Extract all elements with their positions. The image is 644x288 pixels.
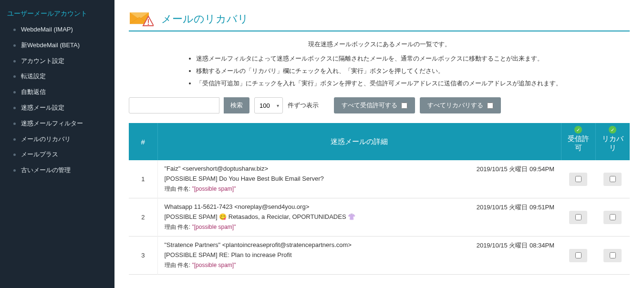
row-number: 3 xyxy=(129,237,157,275)
allow-all-label: すべて受信許可する xyxy=(342,101,397,110)
recover-checkbox-wrap[interactable] xyxy=(603,173,622,186)
mail-subject: [POSSIBLE SPAM] RE: Plan to increase Pro… xyxy=(165,251,555,258)
svg-point-5 xyxy=(148,24,149,25)
instruction-item: 迷惑メールフィルタによって迷惑メールボックスに隔離されたメールを、通常のメールボ… xyxy=(196,54,575,63)
recover-checkbox-wrap[interactable] xyxy=(603,249,622,262)
recover-checkbox[interactable] xyxy=(610,176,616,182)
mail-date: 2019/10/15 火曜日 09:54PM xyxy=(477,165,554,174)
sidebar-item-spam-settings[interactable]: 迷惑メール設定 xyxy=(0,100,114,116)
sidebar-item-webdemail[interactable]: WebdeMail (IMAP) xyxy=(0,22,114,38)
recover-checkbox[interactable] xyxy=(610,214,616,220)
recover-all-checkbox[interactable] xyxy=(487,103,493,109)
sidebar-item-spam-filter[interactable]: 迷惑メールフィルター xyxy=(0,116,114,132)
row-number: 1 xyxy=(129,160,157,198)
table-row: 3"Stratence Partners" <plantoincreasepro… xyxy=(129,237,630,275)
table-row: 2Whatsapp 11-5621-7423 <noreplay@send4yo… xyxy=(129,198,630,237)
row-detail: Whatsapp 11-5621-7423 <noreplay@send4you… xyxy=(157,198,561,237)
sidebar-list: WebdeMail (IMAP) 新WebdeMail (BETA) アカウント… xyxy=(0,22,114,178)
col-detail: 迷惑メールの詳細 xyxy=(157,123,561,160)
sidebar-item-old-mail[interactable]: 古いメールの管理 xyxy=(0,163,114,178)
spam-table: # 迷惑メールの詳細 ✓ 受信許可 ✓ リカバリ 1"Faiz" <server… xyxy=(129,123,630,275)
page-header: メールのリカバリ xyxy=(129,10,630,31)
mail-subject: [POSSIBLE SPAM] Do You Have Best Bulk Em… xyxy=(165,175,555,182)
sidebar-item-webdemail-beta[interactable]: 新WebdeMail (BETA) xyxy=(0,38,114,53)
row-detail: "Stratence Partners" <plantoincreaseprof… xyxy=(157,237,561,275)
per-page-select[interactable]: 100 xyxy=(254,97,283,113)
allow-checkbox-wrap[interactable] xyxy=(569,211,587,224)
allow-all-button[interactable]: すべて受信許可する xyxy=(334,97,415,113)
main-content: メールのリカバリ 現在迷惑メールボックスにあるメールの一覧です。 迷惑メールフィ… xyxy=(114,0,644,288)
row-recover-cell xyxy=(595,237,630,275)
row-allow-cell xyxy=(561,198,595,237)
search-input[interactable] xyxy=(129,97,219,113)
recover-checkbox[interactable] xyxy=(610,252,616,258)
per-page-label: 件ずつ表示 xyxy=(288,101,319,110)
sidebar-item-forwarding[interactable]: 転送設定 xyxy=(0,69,114,84)
mail-reason: 理由 件名: "[possible spam]" xyxy=(165,261,555,269)
search-button[interactable]: 検索 xyxy=(224,97,249,113)
table-row: 1"Faiz" <servershort@doptusharw.biz>2019… xyxy=(129,160,630,198)
sidebar-header: ユーザーメールアカウント xyxy=(0,5,114,22)
mail-date: 2019/10/15 火曜日 09:51PM xyxy=(477,203,554,212)
instruction-item: 「受信許可追加」にチェックを入れ「実行」ボタンを押すと、受信許可メールアドレスに… xyxy=(196,79,575,88)
col-number: # xyxy=(129,123,157,160)
row-recover-cell xyxy=(595,160,630,198)
page-title: メールのリカバリ xyxy=(161,12,249,26)
recover-checkbox-wrap[interactable] xyxy=(603,211,622,224)
mail-warning-icon xyxy=(129,10,154,29)
check-circle-icon: ✓ xyxy=(609,126,616,134)
row-recover-cell xyxy=(595,198,630,237)
sidebar-item-autoreply[interactable]: 自動返信 xyxy=(0,84,114,100)
sidebar-item-mail-plus[interactable]: メールプラス xyxy=(0,147,114,163)
allow-checkbox-wrap[interactable] xyxy=(569,249,587,262)
recover-all-button[interactable]: すべてリカバリする xyxy=(420,97,501,113)
instruction-list: 迷惑メールフィルタによって迷惑メールボックスに隔離されたメールを、通常のメールボ… xyxy=(184,54,575,88)
allow-checkbox[interactable] xyxy=(575,214,582,220)
row-detail: "Faiz" <servershort@doptusharw.biz>2019/… xyxy=(157,160,561,198)
row-allow-cell xyxy=(561,237,595,275)
sidebar: ユーザーメールアカウント WebdeMail (IMAP) 新WebdeMail… xyxy=(0,0,114,288)
instruction-item: 移動するメールの「リカバリ」欄にチェックを入れ、「実行」ボタンを押してください。 xyxy=(196,67,575,75)
mail-date: 2019/10/15 火曜日 08:34PM xyxy=(477,241,554,250)
allow-checkbox-wrap[interactable] xyxy=(569,173,587,186)
col-allow: ✓ 受信許可 xyxy=(561,123,595,160)
row-number: 2 xyxy=(129,198,157,237)
sidebar-item-account-settings[interactable]: アカウント設定 xyxy=(0,53,114,69)
allow-checkbox[interactable] xyxy=(575,252,582,258)
mail-subject: [POSSIBLE SPAM] 😋 Retasados, a Reciclar,… xyxy=(165,213,555,220)
col-recover: ✓ リカバリ xyxy=(595,123,630,160)
allow-checkbox[interactable] xyxy=(575,176,582,182)
sidebar-item-mail-recovery[interactable]: メールのリカバリ xyxy=(0,132,114,147)
page-intro: 現在迷惑メールボックスにあるメールの一覧です。 xyxy=(129,40,630,49)
recover-all-label: すべてリカバリする xyxy=(427,101,483,110)
toolbar: 検索 100 ▾ 件ずつ表示 すべて受信許可する すべてリカバリする xyxy=(129,97,630,113)
allow-all-checkbox[interactable] xyxy=(401,103,407,109)
check-circle-icon: ✓ xyxy=(574,126,582,134)
mail-reason: 理由 件名: "[possible spam]" xyxy=(165,223,555,231)
row-allow-cell xyxy=(561,160,595,198)
mail-reason: 理由 件名: "[possible spam]" xyxy=(165,185,555,193)
